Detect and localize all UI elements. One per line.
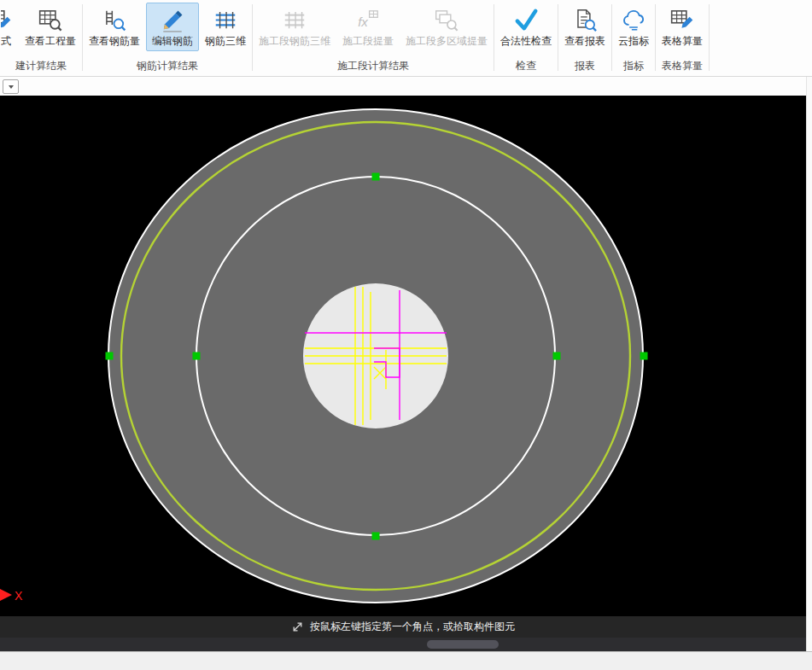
rebar-magnifier-icon bbox=[102, 7, 127, 32]
rebar-3d-button[interactable]: 钢筋三维 bbox=[199, 3, 252, 51]
button-label: 式 bbox=[1, 34, 11, 49]
fx-table-icon: fx bbox=[355, 7, 381, 32]
button-label: 施工段提量 bbox=[342, 34, 394, 49]
button-label: 表格算量 bbox=[662, 34, 703, 49]
section-multi-region-quantity-button[interactable]: 施工段多区域提量 bbox=[400, 3, 494, 51]
ribbon-group-label: 施工段计算结果 bbox=[253, 57, 494, 76]
window-select-cursor-icon bbox=[291, 620, 304, 633]
app-window: 式 查看工程量 建计算结果 bbox=[0, 0, 812, 670]
button-label: 云指标 bbox=[618, 34, 649, 49]
section-rebar-3d-button[interactable]: 施工段钢筋三维 bbox=[253, 3, 336, 51]
ribbon-group-report: 查看报表 报表 bbox=[558, 0, 611, 76]
cad-drawing: X bbox=[0, 96, 806, 616]
table-formula-button[interactable]: 式 bbox=[0, 3, 19, 51]
table-magnifier-icon bbox=[38, 7, 63, 32]
secondary-toolbar bbox=[0, 78, 812, 96]
ribbon-group-section-results: 施工段钢筋三维 fx 施工段提量 bbox=[253, 0, 494, 76]
grip-inner-left[interactable] bbox=[193, 352, 201, 360]
view-dropdown[interactable] bbox=[3, 79, 19, 94]
checkmark-icon bbox=[513, 7, 539, 32]
axis-arrow-icon bbox=[0, 589, 12, 601]
button-label: 合法性检查 bbox=[500, 34, 552, 49]
ribbon-group-label: 建计算结果 bbox=[0, 57, 82, 76]
bottom-panel bbox=[0, 651, 812, 670]
section-quantity-button[interactable]: fx 施工段提量 bbox=[336, 3, 400, 51]
ribbon-group-label: 检查 bbox=[494, 57, 558, 76]
ribbon-group-rebar-results: 查看钢筋量 编辑钢筋 钢筋三维 bbox=[83, 0, 252, 76]
chevron-down-icon bbox=[9, 85, 14, 89]
pencil-icon bbox=[160, 7, 185, 32]
table-pencil-icon bbox=[0, 7, 13, 32]
legality-check-button[interactable]: 合法性检查 bbox=[494, 3, 558, 51]
document-magnifier-icon bbox=[572, 7, 598, 32]
button-label: 施工段钢筋三维 bbox=[259, 34, 330, 49]
rebar-cage-icon bbox=[282, 7, 307, 32]
axis-label: X bbox=[15, 589, 23, 603]
ribbon-group-label: 钢筋计算结果 bbox=[83, 57, 252, 76]
button-label: 查看工程量 bbox=[25, 34, 76, 49]
svg-text:fx: fx bbox=[358, 15, 368, 29]
ucs-axis-x: X bbox=[0, 589, 23, 603]
ribbon-group-calc-results: 式 查看工程量 建计算结果 bbox=[0, 0, 82, 76]
status-message: 按鼠标左键指定第一个角点，或拾取构件图元 bbox=[310, 620, 515, 634]
ribbon-group-label: 表格算量 bbox=[656, 57, 709, 76]
table-pencil-icon bbox=[669, 7, 695, 32]
button-label: 钢筋三维 bbox=[205, 34, 246, 49]
drawing-canvas[interactable]: X bbox=[0, 96, 806, 616]
view-project-quantity-button[interactable]: 查看工程量 bbox=[19, 3, 82, 51]
grip-outer-left[interactable] bbox=[106, 352, 114, 360]
ribbon-group-label: 报表 bbox=[558, 57, 611, 76]
horizontal-scrollbar[interactable] bbox=[0, 638, 806, 651]
grip-bottom[interactable] bbox=[372, 533, 380, 540]
cloud-icon bbox=[621, 7, 646, 32]
button-label: 查看钢筋量 bbox=[89, 34, 140, 49]
grip-top[interactable] bbox=[372, 173, 380, 181]
ribbon-group-table-quantity: 表格算量 表格算量 bbox=[656, 0, 709, 76]
ribbon-toolbar: 式 查看工程量 建计算结果 bbox=[0, 0, 812, 77]
ribbon-group-indicator: 云指标 指标 bbox=[612, 0, 655, 76]
button-label: 施工段多区域提量 bbox=[406, 34, 488, 49]
view-rebar-quantity-button[interactable]: 查看钢筋量 bbox=[83, 3, 146, 51]
button-label: 查看报表 bbox=[564, 34, 605, 49]
table-quantity-button[interactable]: 表格算量 bbox=[656, 3, 709, 51]
ribbon-group-label: 指标 bbox=[612, 57, 655, 76]
vertical-scrollbar[interactable] bbox=[806, 77, 812, 651]
tables-magnifier-icon bbox=[434, 7, 459, 32]
grip-inner-right[interactable] bbox=[553, 352, 561, 360]
cloud-indicator-button[interactable]: 云指标 bbox=[612, 3, 655, 51]
view-report-button[interactable]: 查看报表 bbox=[558, 3, 611, 51]
ribbon-group-check: 合法性检查 检查 bbox=[494, 0, 558, 76]
edit-rebar-button[interactable]: 编辑钢筋 bbox=[146, 3, 199, 51]
ribbon-separator bbox=[709, 4, 710, 71]
button-label: 编辑钢筋 bbox=[152, 34, 193, 49]
status-message-bar: 按鼠标左键指定第一个角点，或拾取构件图元 bbox=[0, 616, 806, 638]
grip-outer-right[interactable] bbox=[640, 352, 648, 360]
horizontal-scrollbar-thumb[interactable] bbox=[427, 640, 499, 649]
rebar-cage-icon bbox=[213, 7, 238, 32]
